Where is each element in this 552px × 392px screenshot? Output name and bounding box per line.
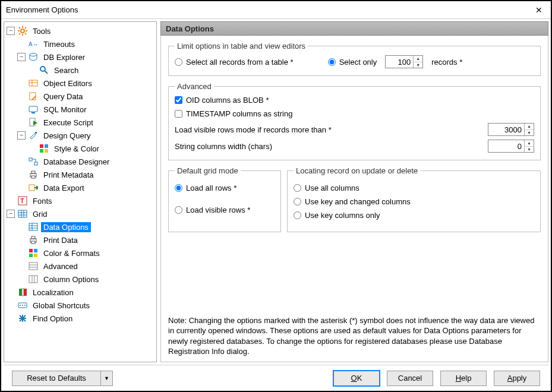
monitor-icon xyxy=(28,104,39,115)
title-bar: Environment Options ✕ xyxy=(1,1,551,19)
advanced-group: Advanced OID columns as BLOB * TIMESTAMP… xyxy=(168,82,541,160)
spin-down-icon[interactable]: ▼ xyxy=(525,147,534,153)
grid-icon xyxy=(17,208,28,219)
timestamp-string-checkbox[interactable]: TIMESTAMP columns as string xyxy=(175,109,292,118)
close-button[interactable]: ✕ xyxy=(531,4,547,17)
use-key-only-radio[interactable]: Use key columns only xyxy=(294,211,380,220)
cancel-button[interactable]: Cancel xyxy=(387,371,433,386)
export-icon xyxy=(28,182,39,193)
tree-item-tools[interactable]: − Tools xyxy=(5,24,156,37)
collapse-icon[interactable]: − xyxy=(17,131,26,140)
tree-item-timeouts[interactable]: A↔BTimeouts xyxy=(16,37,156,50)
default-grid-mode-legend: Default grid mode xyxy=(175,166,241,175)
collapse-icon[interactable]: − xyxy=(7,210,15,218)
limit-options-group: Limit options in table and view editors … xyxy=(168,42,541,76)
svg-rect-31 xyxy=(29,185,34,191)
spin-up-icon[interactable]: ▲ xyxy=(525,140,534,147)
tree-item-grid[interactable]: −Grid xyxy=(5,207,156,220)
tree-item-design-query[interactable]: −Design Query xyxy=(16,129,156,142)
load-all-rows-radio[interactable]: Load all rows * xyxy=(175,184,236,192)
svg-rect-48 xyxy=(29,254,33,257)
tree-item-global-shortcuts[interactable]: Global Shortcuts xyxy=(5,299,156,312)
footnote-text: Note: Changing the options marked with t… xyxy=(168,311,541,357)
navigation-tree[interactable]: − Tools A↔BTimeouts −DB Explorer Search xyxy=(4,21,157,362)
tree-item-sql-monitor[interactable]: SQL Monitor xyxy=(16,103,156,116)
select-only-count-input[interactable] xyxy=(386,56,413,68)
button-bar: Reset to Defaults ▼ OK Cancel Help Apply xyxy=(4,365,548,391)
use-all-columns-radio[interactable]: Use all columns xyxy=(294,184,359,192)
svg-rect-49 xyxy=(34,254,37,257)
svg-point-62 xyxy=(24,305,26,306)
svg-rect-23 xyxy=(45,144,48,148)
tree-item-database-designer[interactable]: Database Designer xyxy=(16,155,156,168)
tree-item-find-option[interactable]: Find Option xyxy=(5,312,156,325)
collapse-icon[interactable]: − xyxy=(7,27,15,35)
svg-point-0 xyxy=(21,29,24,33)
svg-rect-47 xyxy=(34,249,37,252)
tree-item-data-options[interactable]: Data Options xyxy=(16,220,156,233)
spin-up-icon[interactable]: ▲ xyxy=(414,56,422,62)
svg-rect-34 xyxy=(18,210,27,217)
load-visible-rows-radio[interactable]: Load visible rows * xyxy=(175,206,250,214)
columns-icon xyxy=(28,274,39,284)
reset-defaults-button[interactable]: Reset to Defaults xyxy=(12,371,101,386)
svg-rect-17 xyxy=(29,106,37,112)
load-visible-threshold-input[interactable] xyxy=(488,124,524,135)
palette-icon xyxy=(28,248,39,258)
svg-rect-25 xyxy=(45,149,48,153)
tree-item-execute-script[interactable]: Execute Script xyxy=(16,116,156,129)
tree-item-column-options[interactable]: Column Options xyxy=(16,273,156,286)
svg-rect-44 xyxy=(31,236,35,239)
gear-icon xyxy=(17,26,28,36)
tree-item-fonts[interactable]: TFonts xyxy=(5,194,156,207)
database-icon xyxy=(28,52,39,62)
default-grid-mode-group: Default grid mode Load all rows * Load v… xyxy=(168,166,281,232)
spin-down-icon[interactable]: ▼ xyxy=(414,62,422,68)
tree-item-print-data[interactable]: Print Data xyxy=(16,233,156,246)
tree-item-localization[interactable]: Localization xyxy=(5,286,156,299)
tree-item-object-editors[interactable]: Object Editors xyxy=(16,77,156,90)
tree-item-data-export[interactable]: Data Export xyxy=(16,181,156,194)
svg-line-5 xyxy=(19,27,20,29)
tree-item-style-color[interactable]: Style & Color xyxy=(27,142,156,155)
svg-line-7 xyxy=(25,27,26,29)
close-icon: ✕ xyxy=(535,5,542,15)
query-icon xyxy=(28,91,39,102)
svg-rect-39 xyxy=(29,223,37,230)
svg-rect-58 xyxy=(24,289,27,296)
reset-defaults-dropdown[interactable]: ▼ xyxy=(101,371,113,386)
spin-down-icon[interactable]: ▼ xyxy=(525,130,534,136)
tree-item-advanced[interactable]: Advanced xyxy=(16,260,156,273)
svg-text:A↔B: A↔B xyxy=(29,41,38,48)
svg-rect-45 xyxy=(31,241,35,244)
select-only-count-spinner[interactable]: ▲▼ xyxy=(385,55,423,68)
help-button[interactable]: Help xyxy=(440,371,487,386)
string-width-spinner[interactable]: ▲▼ xyxy=(488,140,534,153)
svg-rect-56 xyxy=(19,289,22,296)
records-suffix-label: records * xyxy=(431,58,462,67)
window-title: Environment Options xyxy=(6,5,531,14)
editor-icon xyxy=(28,78,39,88)
ok-button[interactable]: OK xyxy=(333,371,380,386)
tree-item-search[interactable]: Search xyxy=(27,64,156,77)
tree-item-query-data[interactable]: Query Data xyxy=(16,90,156,103)
collapse-icon[interactable]: − xyxy=(17,53,26,61)
tree-item-db-explorer[interactable]: −DB Explorer xyxy=(16,50,156,64)
tree-item-color-formats[interactable]: Color & Formats xyxy=(16,246,156,260)
panel-body: Limit options in table and view editors … xyxy=(160,36,548,362)
svg-line-12 xyxy=(45,71,48,74)
load-visible-threshold-spinner[interactable]: ▲▼ xyxy=(488,123,534,136)
select-all-radio[interactable]: Select all records from a table * xyxy=(175,58,294,67)
environment-options-dialog: Environment Options ✕ − Tools xyxy=(0,0,552,392)
svg-rect-24 xyxy=(40,149,43,153)
locating-record-group: Locating record on update or delete Use … xyxy=(287,166,541,232)
svg-rect-50 xyxy=(29,263,37,270)
string-width-input[interactable] xyxy=(488,140,524,152)
use-key-changed-radio[interactable]: Use key and changed columns xyxy=(294,197,411,206)
select-only-radio[interactable]: Select only xyxy=(328,58,377,67)
tree-item-print-metadata[interactable]: Print Metadata xyxy=(16,168,156,181)
apply-button[interactable]: Apply xyxy=(494,371,540,386)
oid-blob-checkbox[interactable]: OID columns as BLOB * xyxy=(175,96,269,105)
spin-up-icon[interactable]: ▲ xyxy=(525,124,534,130)
printer-icon xyxy=(28,235,39,245)
